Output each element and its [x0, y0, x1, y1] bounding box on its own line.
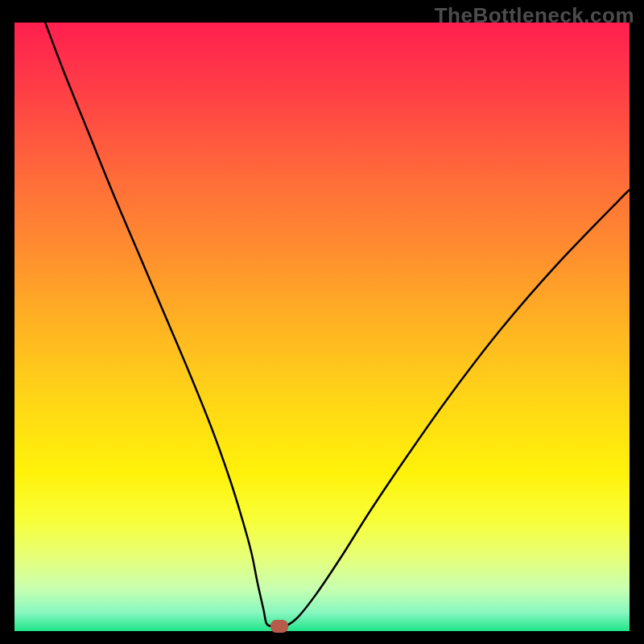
curve-layer: [14, 23, 630, 631]
chart-area: [14, 23, 630, 631]
bottleneck-curve: [45, 23, 630, 627]
minimum-marker: [270, 620, 288, 633]
